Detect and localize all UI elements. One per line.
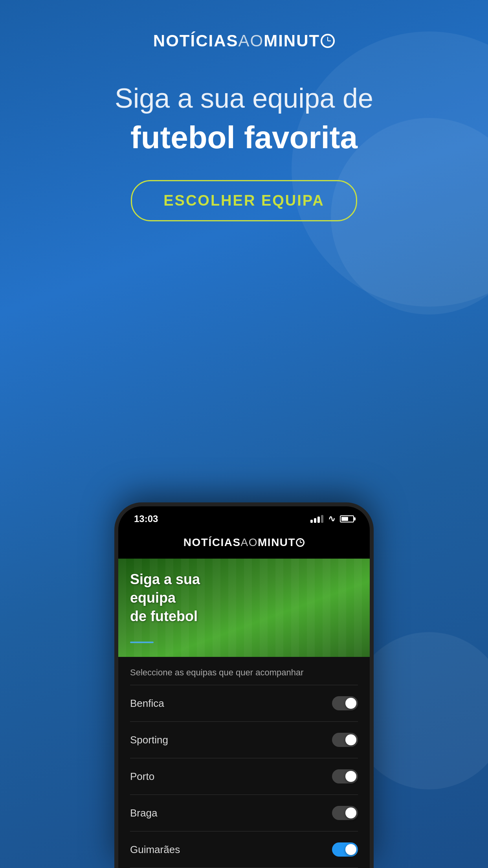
hero-title: futebol favorita bbox=[115, 119, 373, 156]
team-toggle-knob-0 bbox=[345, 698, 356, 709]
app-brand-prefix: NOTÍCIAS bbox=[183, 536, 241, 549]
phone-hero-underline bbox=[130, 642, 154, 643]
team-row: Porto bbox=[130, 758, 358, 795]
teams-list: BenficaSportingPortoBragaGuimarães bbox=[130, 685, 358, 868]
team-toggle-2[interactable] bbox=[332, 769, 358, 783]
signal-bar-3 bbox=[317, 517, 320, 523]
app-brand-suffix: MINUT bbox=[258, 536, 295, 549]
status-bar: 13:03 ∿ bbox=[118, 506, 370, 528]
team-row: Guimarães bbox=[130, 831, 358, 868]
battery-icon bbox=[340, 515, 354, 522]
phone-hero-text: Siga a sua equipa de futebol bbox=[130, 570, 248, 625]
team-toggle-knob-4 bbox=[345, 844, 356, 855]
phone-hero-image: Siga a sua equipa de futebol bbox=[118, 559, 370, 657]
team-name-0: Benfica bbox=[130, 697, 164, 710]
clock-icon bbox=[321, 34, 335, 48]
team-row: Sporting bbox=[130, 722, 358, 758]
hero-subtitle: Siga a sua equipa de bbox=[115, 82, 373, 115]
team-name-1: Sporting bbox=[130, 734, 168, 746]
brand-prefix: NOTÍCIAS bbox=[153, 31, 238, 50]
phone-hero-line2: de futebol bbox=[130, 608, 198, 624]
battery-fill bbox=[341, 517, 348, 521]
signal-bar-1 bbox=[310, 520, 313, 523]
phone-mockup: 13:03 ∿ NOTÍCIAS AO MINUT bbox=[114, 502, 374, 868]
phone-frame: 13:03 ∿ NOTÍCIAS AO MINUT bbox=[114, 502, 374, 868]
team-row: Benfica bbox=[130, 685, 358, 722]
signal-bar-4 bbox=[321, 515, 323, 523]
brand-logo: NOTÍCIAS AO MINUT bbox=[153, 31, 335, 50]
brand-middle: AO bbox=[238, 31, 264, 50]
team-toggle-1[interactable] bbox=[332, 733, 358, 747]
status-time: 13:03 bbox=[134, 513, 158, 524]
hero-section: Siga a sua equipa de futebol favorita bbox=[83, 82, 405, 156]
team-name-4: Guimarães bbox=[130, 844, 180, 856]
app-logo: NOTÍCIAS AO MINUT bbox=[183, 536, 305, 549]
app-clock-icon bbox=[296, 538, 305, 547]
team-toggle-knob-3 bbox=[345, 807, 356, 818]
team-name-3: Braga bbox=[130, 807, 157, 819]
app-header: NOTÍCIAS AO MINUT bbox=[118, 528, 370, 559]
signal-bar-2 bbox=[314, 518, 316, 523]
signal-icon bbox=[310, 515, 323, 523]
status-right: ∿ bbox=[310, 514, 354, 524]
phone-content: Seleccione as equipas que quer acompanha… bbox=[118, 657, 370, 868]
app-brand-middle: AO bbox=[241, 536, 258, 549]
team-name-2: Porto bbox=[130, 771, 154, 783]
team-toggle-knob-1 bbox=[345, 734, 356, 745]
team-row: Braga bbox=[130, 795, 358, 831]
wifi-icon: ∿ bbox=[328, 514, 335, 524]
cta-button[interactable]: ESCOLHER EQUIPA bbox=[131, 180, 357, 221]
page-header: NOTÍCIAS AO MINUT bbox=[0, 0, 488, 50]
select-label: Seleccione as equipas que quer acompanha… bbox=[130, 657, 358, 685]
brand-suffix: MINUT bbox=[264, 31, 320, 50]
bg-decoration-1 bbox=[292, 31, 488, 307]
team-toggle-knob-2 bbox=[345, 771, 356, 782]
team-toggle-4[interactable] bbox=[332, 842, 358, 857]
team-toggle-0[interactable] bbox=[332, 696, 358, 710]
phone-hero-line1: Siga a sua equipa bbox=[130, 571, 200, 606]
team-toggle-3[interactable] bbox=[332, 806, 358, 820]
